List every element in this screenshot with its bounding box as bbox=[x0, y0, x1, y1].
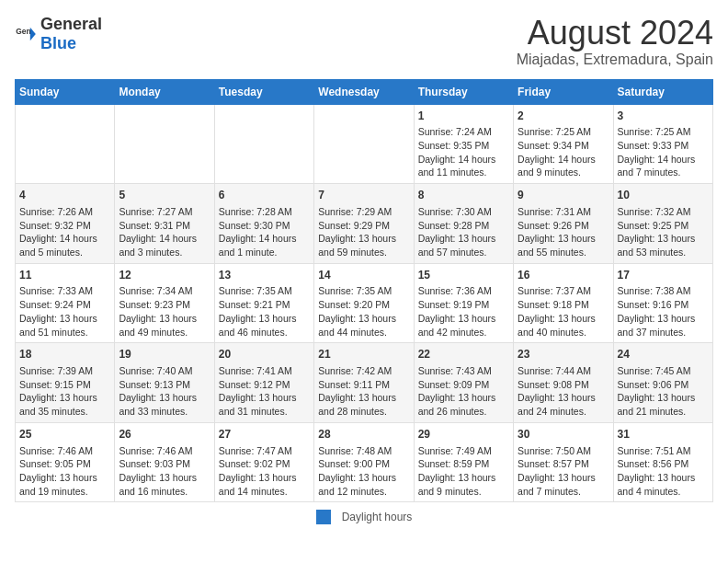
calendar-cell: 23Sunrise: 7:44 AM Sunset: 9:08 PM Dayli… bbox=[514, 343, 613, 423]
calendar-cell: 24Sunrise: 7:45 AM Sunset: 9:06 PM Dayli… bbox=[613, 343, 712, 423]
logo-icon: Gen bbox=[15, 23, 37, 45]
day-number: 5 bbox=[119, 188, 210, 203]
day-number: 6 bbox=[219, 188, 310, 203]
calendar-cell: 22Sunrise: 7:43 AM Sunset: 9:09 PM Dayli… bbox=[414, 343, 513, 423]
day-info: Sunrise: 7:28 AM Sunset: 9:30 PM Dayligh… bbox=[219, 205, 310, 259]
day-info: Sunrise: 7:47 AM Sunset: 9:02 PM Dayligh… bbox=[219, 444, 310, 499]
day-number: 1 bbox=[418, 109, 509, 124]
calendar-cell: 2Sunrise: 7:25 AM Sunset: 9:34 PM Daylig… bbox=[514, 104, 613, 184]
svg-marker-1 bbox=[30, 28, 36, 40]
day-info: Sunrise: 7:24 AM Sunset: 9:35 PM Dayligh… bbox=[418, 125, 509, 179]
calendar-week-row: 25Sunrise: 7:46 AM Sunset: 9:05 PM Dayli… bbox=[16, 422, 713, 502]
day-info: Sunrise: 7:38 AM Sunset: 9:16 PM Dayligh… bbox=[618, 284, 709, 339]
calendar-cell: 21Sunrise: 7:42 AM Sunset: 9:11 PM Dayli… bbox=[314, 343, 414, 423]
day-info: Sunrise: 7:31 AM Sunset: 9:26 PM Dayligh… bbox=[518, 205, 609, 259]
calendar-cell bbox=[214, 104, 313, 184]
calendar-week-row: 11Sunrise: 7:33 AM Sunset: 9:24 PM Dayli… bbox=[16, 263, 713, 343]
day-number: 30 bbox=[518, 427, 609, 442]
day-number: 4 bbox=[19, 188, 110, 203]
day-info: Sunrise: 7:37 AM Sunset: 9:18 PM Dayligh… bbox=[518, 284, 609, 339]
weekday-header-row: SundayMondayTuesdayWednesdayThursdayFrid… bbox=[16, 79, 713, 104]
calendar-cell: 14Sunrise: 7:35 AM Sunset: 9:20 PM Dayli… bbox=[314, 263, 414, 343]
day-number: 2 bbox=[518, 109, 609, 124]
day-number: 27 bbox=[219, 427, 310, 442]
day-info: Sunrise: 7:39 AM Sunset: 9:15 PM Dayligh… bbox=[19, 364, 110, 419]
calendar-cell: 17Sunrise: 7:38 AM Sunset: 9:16 PM Dayli… bbox=[613, 263, 712, 343]
day-info: Sunrise: 7:48 AM Sunset: 9:00 PM Dayligh… bbox=[318, 444, 409, 499]
day-info: Sunrise: 7:25 AM Sunset: 9:34 PM Dayligh… bbox=[518, 125, 609, 179]
day-info: Sunrise: 7:25 AM Sunset: 9:33 PM Dayligh… bbox=[618, 125, 709, 179]
day-info: Sunrise: 7:40 AM Sunset: 9:13 PM Dayligh… bbox=[119, 364, 210, 419]
calendar-cell: 13Sunrise: 7:35 AM Sunset: 9:21 PM Dayli… bbox=[214, 263, 313, 343]
day-info: Sunrise: 7:46 AM Sunset: 9:05 PM Dayligh… bbox=[19, 444, 110, 499]
day-number: 21 bbox=[318, 347, 409, 362]
calendar-cell: 10Sunrise: 7:32 AM Sunset: 9:25 PM Dayli… bbox=[613, 184, 712, 264]
day-number: 19 bbox=[119, 347, 210, 362]
weekday-header-saturday: Saturday bbox=[613, 79, 712, 104]
day-number: 10 bbox=[618, 188, 709, 203]
day-number: 8 bbox=[418, 188, 509, 203]
calendar-cell: 16Sunrise: 7:37 AM Sunset: 9:18 PM Dayli… bbox=[514, 263, 613, 343]
day-info: Sunrise: 7:44 AM Sunset: 9:08 PM Dayligh… bbox=[518, 364, 609, 419]
calendar-cell: 8Sunrise: 7:30 AM Sunset: 9:28 PM Daylig… bbox=[414, 184, 513, 264]
subtitle: Miajadas, Extremadura, Spain bbox=[517, 52, 713, 68]
day-number: 26 bbox=[119, 427, 210, 442]
calendar-table: SundayMondayTuesdayWednesdayThursdayFrid… bbox=[15, 79, 713, 503]
calendar-cell bbox=[115, 104, 214, 184]
day-number: 22 bbox=[418, 347, 509, 362]
calendar-cell: 1Sunrise: 7:24 AM Sunset: 9:35 PM Daylig… bbox=[414, 104, 513, 184]
weekday-header-monday: Monday bbox=[115, 79, 214, 104]
calendar-week-row: 4Sunrise: 7:26 AM Sunset: 9:32 PM Daylig… bbox=[16, 184, 713, 264]
day-number: 24 bbox=[618, 347, 709, 362]
svg-text:Gen: Gen bbox=[16, 27, 30, 36]
day-number: 23 bbox=[518, 347, 609, 362]
calendar-cell: 4Sunrise: 7:26 AM Sunset: 9:32 PM Daylig… bbox=[16, 184, 115, 264]
day-info: Sunrise: 7:41 AM Sunset: 9:12 PM Dayligh… bbox=[219, 364, 310, 419]
calendar-week-row: 18Sunrise: 7:39 AM Sunset: 9:15 PM Dayli… bbox=[16, 343, 713, 423]
day-number: 17 bbox=[618, 268, 709, 283]
calendar-cell: 15Sunrise: 7:36 AM Sunset: 9:19 PM Dayli… bbox=[414, 263, 513, 343]
weekday-header-wednesday: Wednesday bbox=[314, 79, 414, 104]
calendar-cell: 29Sunrise: 7:49 AM Sunset: 8:59 PM Dayli… bbox=[414, 422, 513, 502]
calendar-cell: 5Sunrise: 7:27 AM Sunset: 9:31 PM Daylig… bbox=[115, 184, 214, 264]
title-area: August 2024 Miajadas, Extremadura, Spain bbox=[517, 15, 713, 68]
calendar-cell: 6Sunrise: 7:28 AM Sunset: 9:30 PM Daylig… bbox=[214, 184, 313, 264]
calendar-cell: 11Sunrise: 7:33 AM Sunset: 9:24 PM Dayli… bbox=[16, 263, 115, 343]
weekday-header-friday: Friday bbox=[514, 79, 613, 104]
day-info: Sunrise: 7:42 AM Sunset: 9:11 PM Dayligh… bbox=[318, 364, 409, 419]
day-info: Sunrise: 7:35 AM Sunset: 9:21 PM Dayligh… bbox=[219, 284, 310, 339]
calendar-cell: 25Sunrise: 7:46 AM Sunset: 9:05 PM Dayli… bbox=[16, 422, 115, 502]
day-number: 14 bbox=[318, 268, 409, 283]
calendar-cell: 7Sunrise: 7:29 AM Sunset: 9:29 PM Daylig… bbox=[314, 184, 414, 264]
main-title: August 2024 bbox=[517, 15, 713, 52]
logo-general: General bbox=[40, 15, 102, 33]
day-number: 15 bbox=[418, 268, 509, 283]
calendar-cell: 18Sunrise: 7:39 AM Sunset: 9:15 PM Dayli… bbox=[16, 343, 115, 423]
day-info: Sunrise: 7:51 AM Sunset: 8:56 PM Dayligh… bbox=[618, 444, 709, 499]
calendar-cell: 26Sunrise: 7:46 AM Sunset: 9:03 PM Dayli… bbox=[115, 422, 214, 502]
day-info: Sunrise: 7:50 AM Sunset: 8:57 PM Dayligh… bbox=[518, 444, 609, 499]
day-number: 31 bbox=[618, 427, 709, 442]
day-number: 12 bbox=[119, 268, 210, 283]
calendar-cell: 9Sunrise: 7:31 AM Sunset: 9:26 PM Daylig… bbox=[514, 184, 613, 264]
weekday-header-thursday: Thursday bbox=[414, 79, 513, 104]
day-info: Sunrise: 7:46 AM Sunset: 9:03 PM Dayligh… bbox=[119, 444, 210, 499]
calendar-cell: 30Sunrise: 7:50 AM Sunset: 8:57 PM Dayli… bbox=[514, 422, 613, 502]
day-number: 11 bbox=[19, 268, 110, 283]
day-info: Sunrise: 7:33 AM Sunset: 9:24 PM Dayligh… bbox=[19, 284, 110, 339]
calendar-week-row: 1Sunrise: 7:24 AM Sunset: 9:35 PM Daylig… bbox=[16, 104, 713, 184]
calendar-cell: 20Sunrise: 7:41 AM Sunset: 9:12 PM Dayli… bbox=[214, 343, 313, 423]
logo: Gen General Blue bbox=[15, 15, 102, 53]
calendar-cell: 3Sunrise: 7:25 AM Sunset: 9:33 PM Daylig… bbox=[613, 104, 712, 184]
legend-label: Daylight hours bbox=[342, 511, 413, 523]
header: Gen General Blue August 2024 Miajadas, E… bbox=[15, 15, 713, 68]
day-info: Sunrise: 7:49 AM Sunset: 8:59 PM Dayligh… bbox=[418, 444, 509, 499]
day-info: Sunrise: 7:36 AM Sunset: 9:19 PM Dayligh… bbox=[418, 284, 509, 339]
day-info: Sunrise: 7:32 AM Sunset: 9:25 PM Dayligh… bbox=[618, 205, 709, 259]
calendar-cell: 28Sunrise: 7:48 AM Sunset: 9:00 PM Dayli… bbox=[314, 422, 414, 502]
weekday-header-tuesday: Tuesday bbox=[214, 79, 313, 104]
day-number: 29 bbox=[418, 427, 509, 442]
weekday-header-sunday: Sunday bbox=[16, 79, 115, 104]
day-info: Sunrise: 7:27 AM Sunset: 9:31 PM Dayligh… bbox=[119, 205, 210, 259]
day-info: Sunrise: 7:45 AM Sunset: 9:06 PM Dayligh… bbox=[618, 364, 709, 419]
